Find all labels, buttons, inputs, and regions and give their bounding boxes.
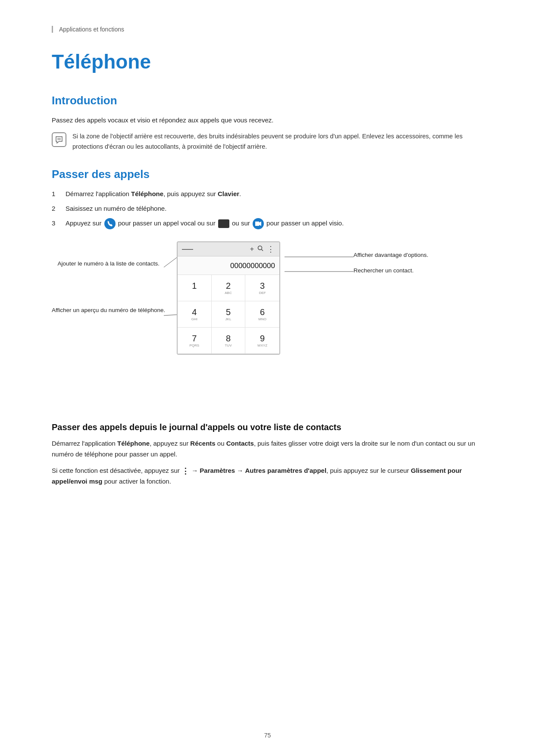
phone-number-display: 00000000000 <box>178 256 279 275</box>
step-2: 2 Saisissez un numéro de téléphone. <box>52 203 483 214</box>
introduction-text: Passez des appels vocaux et visio et rép… <box>52 115 483 125</box>
key-9: 9WXYZ <box>245 328 279 354</box>
step-3: 3 Appuyez sur pour passer un appel vocal… <box>52 218 483 229</box>
breadcrumb: Applications et fonctions <box>52 26 483 33</box>
plus-icon: + <box>250 245 254 253</box>
step-1-num: 1 <box>52 189 66 199</box>
svg-line-5 <box>164 315 178 316</box>
key-2: 2ABC <box>212 275 246 301</box>
key-6: 6MNO <box>245 301 279 328</box>
section-title-introduction: Introduction <box>52 94 483 107</box>
section-title-passer-appels: Passer des appels <box>52 168 483 181</box>
page-number: 75 <box>264 732 271 739</box>
video-rect-icon <box>218 219 229 228</box>
note-box: Si la zone de l'objectif arrière est rec… <box>52 131 483 152</box>
more-options-icon: ⋮ <box>267 245 275 253</box>
journal-text-1: Démarrez l'application Téléphone, appuye… <box>52 438 483 460</box>
key-7: 7PQRS <box>178 328 212 354</box>
step-1-text: Démarrez l'application Téléphone, puis a… <box>66 189 483 199</box>
phone-ui-mockup: —— + ⋮ 00000000000 1 2ABC 3DEF 4 <box>177 241 280 355</box>
svg-line-9 <box>262 250 263 251</box>
keypad: 1 2ABC 3DEF 4GHI 5JKL 6MNO 7PQRS 8TUV 9W… <box>178 275 279 354</box>
steps-section: 1 Démarrez l'application Téléphone, puis… <box>52 189 483 229</box>
svg-marker-2 <box>255 222 259 226</box>
annotation-add-contact: Ajouter le numéro à la liste de contacts… <box>52 260 160 267</box>
search-icon-header <box>257 245 263 253</box>
breadcrumb-text: Applications et fonctions <box>59 26 124 33</box>
svg-line-4 <box>164 257 178 267</box>
key-1: 1 <box>178 275 212 301</box>
diagram-area: Ajouter le numéro à la liste de contacts… <box>52 241 483 405</box>
annotation-search-contact: Rechercher un contact. <box>354 267 414 274</box>
section-title-journal: Passer des appels depuis le journal d'ap… <box>52 422 483 432</box>
note-text: Si la zone de l'objectif arrière est rec… <box>72 131 483 152</box>
phone-header-icons: + ⋮ <box>250 245 275 253</box>
step-2-num: 2 <box>52 203 66 214</box>
key-3: 3DEF <box>245 275 279 301</box>
step-3-num: 3 <box>52 218 66 228</box>
key-8: 8TUV <box>212 328 246 354</box>
phone-header: —— + ⋮ <box>178 242 279 256</box>
step-2-text: Saisissez un numéro de téléphone. <box>66 203 483 214</box>
phone-header-title: —— <box>182 246 193 252</box>
step-3-text: Appuyez sur pour passer un appel vocal o… <box>66 218 483 229</box>
key-4: 4GHI <box>178 301 212 328</box>
page: Applications et fonctions Téléphone Intr… <box>0 0 535 756</box>
key-5: 5JKL <box>212 301 246 328</box>
annotation-show-number: Afficher un aperçu du numéro de téléphon… <box>52 307 160 313</box>
svg-point-8 <box>258 246 262 250</box>
note-icon <box>52 132 66 147</box>
svg-marker-3 <box>259 222 261 226</box>
annotation-more-options: Afficher davantage d'options. <box>354 252 428 258</box>
journal-text-2: Si cette fonction est désactivée, appuye… <box>52 465 483 487</box>
phone-call-icon <box>104 218 116 229</box>
step-1: 1 Démarrez l'application Téléphone, puis… <box>52 189 483 199</box>
page-title: Téléphone <box>52 50 483 73</box>
video-circle-icon <box>253 218 264 229</box>
